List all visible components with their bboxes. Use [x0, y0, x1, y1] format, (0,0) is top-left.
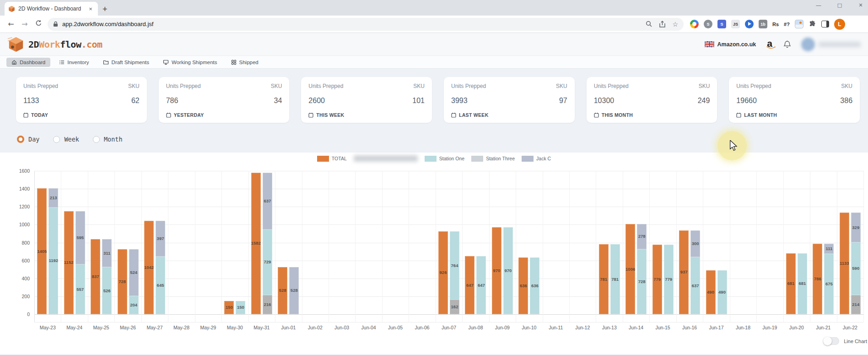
back-button[interactable]: ←	[5, 20, 17, 28]
legend-label: TOTAL	[332, 156, 347, 161]
x-tick-label: May-29	[195, 325, 221, 330]
radio-dot[interactable]	[53, 136, 60, 143]
vertical-gridline	[569, 171, 570, 322]
url-text[interactable]: app.2dworkflow.com/dashboard.jsf	[62, 21, 642, 27]
share-icon[interactable]	[659, 21, 666, 28]
tab-close-icon[interactable]: ×	[87, 5, 94, 12]
line-chart-toggle-label: Line Chart	[844, 339, 867, 344]
user-menu[interactable]	[801, 38, 861, 51]
extensions-puzzle-icon[interactable]	[809, 20, 816, 28]
y-tick-label: 0	[3, 311, 30, 317]
new-tab-button[interactable]: +	[102, 5, 108, 13]
nav-item-dashboard[interactable]: Dashboard	[6, 58, 50, 67]
sku-value: 386	[840, 97, 852, 105]
calendar-icon	[736, 112, 741, 118]
legend-item-station_one[interactable]: Station One	[425, 156, 464, 162]
window-close-button[interactable]: ×	[858, 1, 863, 9]
extension-play-icon[interactable]	[745, 20, 754, 28]
extension-skype-icon[interactable]: S	[704, 20, 712, 28]
x-tick-label: Jun-04	[355, 325, 382, 330]
legend-swatch	[317, 156, 329, 162]
period-label: LAST WEEK	[459, 112, 489, 118]
folder-icon	[103, 60, 109, 65]
radio-week[interactable]: Week	[53, 136, 79, 143]
vertical-gridline	[275, 171, 275, 322]
x-tick-label: Jun-10	[516, 325, 542, 330]
browser-tab[interactable]: 2D Workflow - Dashboard ×	[5, 2, 98, 16]
radio-month[interactable]: Month	[93, 136, 123, 143]
radio-label: Day	[28, 136, 39, 143]
app-logo-text: 2DWorkflow.com	[28, 39, 102, 50]
vertical-gridline	[409, 171, 409, 322]
window-maximize-button[interactable]: □	[837, 2, 842, 8]
vertical-gridline	[302, 171, 302, 322]
nav-label: Shipped	[239, 60, 259, 65]
nav-label: Working Shipments	[172, 60, 217, 65]
marketplace-selector[interactable]: Amazon.co.uk	[705, 41, 756, 48]
segment-value-label: 675	[819, 281, 839, 286]
legend-item-redacted[interactable]	[354, 155, 418, 162]
units-value: 19660	[736, 97, 757, 105]
vertical-gridline	[248, 171, 249, 322]
period-label: THIS MONTH	[602, 112, 633, 118]
radio-dot[interactable]	[17, 136, 24, 143]
radio-day[interactable]: Day	[17, 136, 39, 143]
forward-button[interactable]: →	[18, 20, 31, 28]
segment-value-label: 595	[70, 235, 90, 240]
chart-plot-area: 02004006008001000120014001600May-2314051…	[34, 171, 863, 314]
stat-cards-row: Units PreppedSKU 113362 TODAY Units Prep…	[0, 69, 868, 123]
nav-item-draft-shipments[interactable]: Draft Shipments	[98, 58, 154, 67]
units-prepped-chart-panel: TOTALStation OneStation ThreeJack C 0200…	[0, 153, 868, 354]
extension-wheel-icon[interactable]	[690, 20, 699, 28]
vertical-gridline	[649, 171, 650, 322]
notifications-bell-icon[interactable]	[783, 40, 791, 49]
segment-value-label: 490	[712, 289, 732, 295]
browser-profile-avatar[interactable]: L	[834, 19, 845, 30]
units-value: 2600	[308, 97, 325, 105]
extension-1b-icon[interactable]: 1b	[759, 20, 767, 28]
segment-value-label: 528	[284, 288, 304, 293]
extension-s-icon[interactable]: S	[717, 20, 726, 28]
app-logo[interactable]: 2DWorkflow.com	[7, 36, 102, 53]
extension-image-icon[interactable]	[795, 20, 803, 28]
nav-item-shipped[interactable]: Shipped	[226, 58, 264, 67]
nav-item-inventory[interactable]: Inventory	[54, 58, 94, 67]
zoom-icon[interactable]	[646, 21, 652, 27]
x-tick-label: Jun-17	[703, 325, 729, 330]
segment-value-label: 204	[124, 302, 144, 307]
amazon-logo-icon[interactable]: a	[766, 39, 773, 49]
x-tick-label: Jun-13	[596, 325, 622, 330]
vertical-gridline	[34, 171, 35, 322]
sku-label: SKU	[556, 83, 567, 89]
radio-dot[interactable]	[93, 136, 100, 143]
legend-swatch	[522, 156, 534, 162]
extension-hash-icon[interactable]: #?	[784, 20, 790, 28]
tab-title: 2D Workflow - Dashboard	[18, 5, 84, 12]
window-minimize-button[interactable]: —	[816, 2, 821, 8]
segment-value-label: 681	[792, 281, 812, 286]
nav-label: Dashboard	[20, 60, 45, 65]
units-value: 1133	[23, 97, 39, 105]
segment-value-label: 526	[97, 288, 117, 293]
legend-item-jack_c[interactable]: Jack C	[522, 156, 551, 162]
vertical-gridline	[676, 171, 677, 322]
browser-toolbar: ← → app.2dworkflow.com/dashboard.jsf ☆ S…	[0, 16, 868, 33]
sku-label: SKU	[699, 83, 710, 89]
calendar-icon	[451, 112, 456, 118]
sku-value: 34	[274, 97, 282, 105]
bookmark-star-icon[interactable]: ☆	[672, 21, 678, 28]
address-bar[interactable]: app.2dworkflow.com/dashboard.jsf ☆	[48, 18, 684, 31]
nav-item-working-shipments[interactable]: Working Shipments	[158, 58, 222, 67]
line-chart-toggle-row: Line Chart	[823, 337, 867, 345]
legend-item-total[interactable]: TOTAL	[317, 156, 347, 162]
x-tick-label: May-30	[221, 325, 248, 330]
line-chart-toggle[interactable]	[823, 337, 839, 345]
vertical-gridline	[61, 171, 61, 322]
legend-item-station_three[interactable]: Station Three	[471, 156, 515, 162]
uk-flag-icon	[705, 41, 714, 47]
side-panel-icon[interactable]	[821, 21, 829, 27]
extension-js-icon[interactable]: JS	[731, 20, 740, 28]
refresh-button[interactable]	[32, 20, 45, 28]
segment-value-label: 970	[498, 268, 518, 273]
extension-rs-icon[interactable]: Rs	[772, 20, 779, 28]
